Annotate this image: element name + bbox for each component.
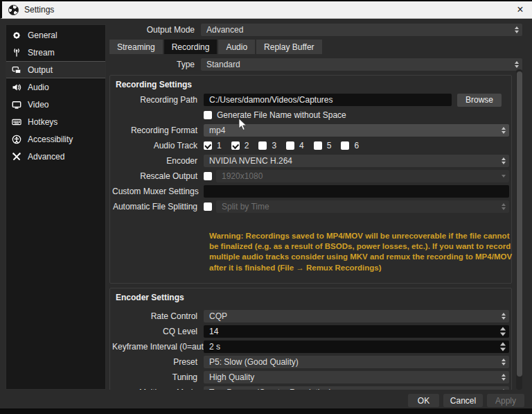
- recording-format-row: Recording Format mp4: [112, 124, 509, 137]
- sidebar-item-audio[interactable]: Audio: [6, 78, 105, 96]
- keyframe-interval-spinbox[interactable]: 2 s: [204, 340, 509, 353]
- rate-control-value: CQP: [209, 311, 227, 321]
- auto-split-row: Automatic File Splitting Split by Time: [112, 200, 509, 213]
- sidebar-item-label: Output: [28, 65, 53, 75]
- auto-split-label: Automatic File Splitting: [112, 202, 204, 212]
- rescale-output-label: Rescale Output: [112, 171, 204, 181]
- custom-muxer-label: Custom Muxer Settings: [112, 187, 204, 196]
- recording-path-label: Recording Path: [112, 95, 204, 105]
- audio-track-6-checkbox[interactable]: [341, 141, 349, 150]
- recording-path-input[interactable]: C:/Users/damon/Videos/Captures: [204, 94, 452, 106]
- tab-streaming[interactable]: Streaming: [109, 40, 163, 54]
- cq-level-row: CQ Level 14: [112, 325, 509, 338]
- cq-level-spinbox[interactable]: 14: [204, 325, 509, 338]
- audio-track-4-label: 4: [299, 141, 304, 150]
- audio-track-2-label: 2: [245, 141, 249, 150]
- keyframe-interval-label: Keyframe Interval (0=auto): [112, 342, 204, 352]
- rescale-output-checkbox[interactable]: [204, 172, 212, 180]
- audio-track-1-checkbox[interactable]: [204, 141, 212, 150]
- audio-track-5-checkbox[interactable]: [314, 141, 322, 150]
- type-value: Standard: [206, 60, 240, 69]
- close-icon[interactable]: ×: [511, 1, 529, 18]
- tab-recording[interactable]: Recording: [164, 40, 218, 54]
- sidebar-item-advanced[interactable]: Advanced: [6, 148, 105, 165]
- speaker-icon: [11, 82, 21, 92]
- recording-format-label: Recording Format: [112, 126, 204, 135]
- apply-button[interactable]: Apply: [487, 394, 524, 407]
- dialog-footer: OK Cancel Apply: [0, 390, 532, 409]
- mp4-warning-text: Warning: Recordings saved to MP4/MOV wil…: [209, 231, 517, 273]
- generate-no-space-label: Generate File Name without Space: [217, 110, 346, 120]
- audio-track-2-checkbox[interactable]: [231, 141, 240, 150]
- sidebar-item-stream[interactable]: Stream: [6, 44, 105, 61]
- sidebar-item-accessibility[interactable]: Accessibility: [6, 130, 105, 148]
- window-title: Settings: [24, 5, 54, 15]
- auto-split-select: Split by Time: [216, 200, 509, 213]
- sidebar-item-label: Advanced: [28, 152, 64, 162]
- audio-track-5-label: 5: [327, 141, 332, 150]
- generate-no-space-checkbox[interactable]: [204, 111, 212, 119]
- auto-split-checkbox[interactable]: [204, 202, 212, 211]
- scrollbar-thumb[interactable]: [517, 71, 522, 377]
- group-title: Encoder Settings: [112, 291, 509, 307]
- spinner-arrows-icon[interactable]: [500, 342, 506, 351]
- spinner-arrows-icon[interactable]: [500, 327, 506, 336]
- group-title: Recording Settings: [112, 78, 509, 94]
- output-mode-value: Advanced: [206, 25, 243, 35]
- auto-split-value: Split by Time: [222, 202, 269, 212]
- window-bottom-edge: [0, 408, 532, 414]
- cancel-button[interactable]: Cancel: [443, 394, 483, 407]
- encoder-select[interactable]: NVIDIA NVENC H.264: [204, 155, 509, 167]
- spinner-arrows-icon: [515, 61, 519, 68]
- tuning-row: Tuning High Quality: [112, 371, 509, 383]
- spinner-arrows-icon: [502, 203, 506, 210]
- spinner-arrows-icon: [502, 374, 506, 381]
- sidebar-item-output[interactable]: Output: [6, 61, 105, 78]
- tuning-select[interactable]: High Quality: [204, 371, 509, 383]
- spinner-arrows-icon: [502, 359, 506, 365]
- keyframe-interval-row: Keyframe Interval (0=auto) 2 s: [112, 340, 509, 353]
- audio-track-3-checkbox[interactable]: [258, 141, 267, 150]
- rate-control-row: Rate Control CQP: [112, 310, 509, 322]
- accessibility-icon: [11, 134, 21, 144]
- preset-row: Preset P5: Slow (Good Quality): [112, 356, 509, 368]
- sidebar-item-general[interactable]: General: [6, 26, 105, 44]
- audio-track-row: Audio Track 1 2 3 4 5 6: [112, 139, 509, 152]
- recording-format-select[interactable]: mp4: [204, 124, 509, 137]
- output-mode-select[interactable]: Advanced: [201, 24, 522, 36]
- tab-replay-buffer[interactable]: Replay Buffer: [256, 40, 322, 54]
- sidebar-item-video[interactable]: Video: [6, 96, 105, 113]
- spinner-arrows-icon: [502, 313, 506, 320]
- encoder-label: Encoder: [112, 156, 204, 166]
- settings-sidebar: General Stream Output Audio Video Hotkey…: [6, 24, 106, 390]
- audio-track-6-label: 6: [354, 141, 359, 150]
- rate-control-select[interactable]: CQP: [204, 310, 509, 322]
- custom-muxer-input[interactable]: [204, 185, 509, 198]
- audio-track-4-checkbox[interactable]: [286, 141, 294, 150]
- sidebar-item-label: Accessibility: [28, 135, 73, 144]
- tab-audio[interactable]: Audio: [218, 40, 255, 54]
- audio-track-1-label: 1: [217, 141, 222, 150]
- sidebar-item-hotkeys[interactable]: Hotkeys: [6, 113, 105, 130]
- tuning-value: High Quality: [209, 372, 254, 382]
- audio-track-label: Audio Track: [112, 141, 204, 150]
- scrollbar-track[interactable]: [516, 69, 522, 390]
- sidebar-item-label: General: [28, 31, 57, 40]
- rate-control-label: Rate Control: [112, 311, 204, 321]
- rescale-output-row: Rescale Output 1920x1080: [112, 170, 509, 182]
- browse-button[interactable]: Browse: [457, 94, 502, 107]
- ok-button[interactable]: OK: [408, 394, 439, 407]
- sidebar-item-label: Audio: [28, 83, 49, 92]
- tuning-label: Tuning: [112, 372, 204, 382]
- type-select[interactable]: Standard: [201, 58, 522, 71]
- audio-track-checkboxes: 1 2 3 4 5 6: [204, 141, 364, 150]
- cq-level-value: 14: [209, 327, 218, 336]
- mouse-cursor: [238, 118, 247, 131]
- preset-select[interactable]: P5: Slow (Good Quality): [204, 356, 509, 368]
- chevron-down-icon: [502, 175, 506, 178]
- spinner-arrows-icon: [502, 157, 506, 164]
- output-tabbar: Streaming Recording Audio Replay Buffer: [109, 40, 322, 54]
- encoder-value: NVIDIA NVENC H.264: [209, 156, 292, 166]
- encoder-settings-group: Encoder Settings Rate Control CQP CQ Lev…: [109, 288, 512, 390]
- encoder-row: Encoder NVIDIA NVENC H.264: [112, 155, 509, 167]
